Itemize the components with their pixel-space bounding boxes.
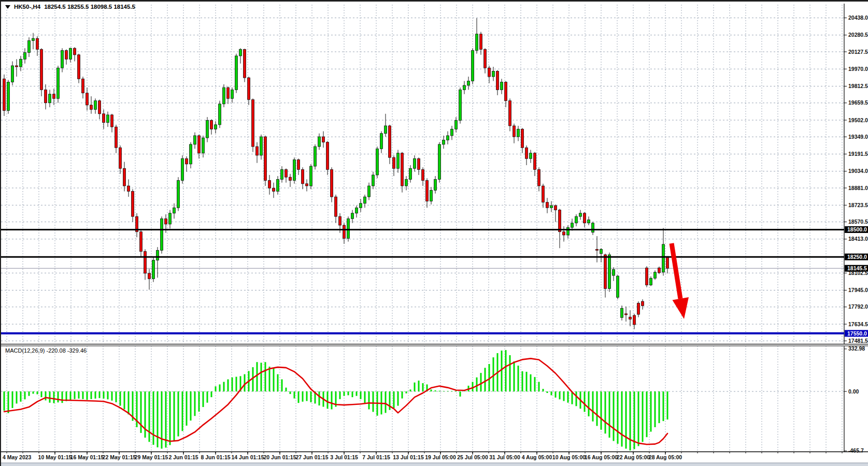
macd-axis-label: 332.98 (848, 345, 865, 352)
macd-indicator-label: MACD(12,26,9) -220.08 -329.46 (5, 347, 87, 354)
time-axis-label: 7 Jul 01:15 (362, 454, 390, 460)
price-marker-label: 18500.0 (847, 226, 867, 232)
time-axis-label: 28 Aug 05:00 (649, 454, 682, 460)
time-axis-label: 2 Jun 01:15 (168, 454, 198, 460)
time-axis-label: 13 Jul 01:15 (393, 454, 424, 460)
trend-arrow[interactable] (672, 243, 689, 319)
price-axis-label: 17634.5 (848, 321, 868, 327)
price-axis-label: 17945.0 (848, 287, 868, 293)
price-axis-label: 18413.0 (848, 236, 868, 242)
time-axis-label: 16 May 01:15 (70, 454, 104, 460)
time-axis-label: 19 Jul 05:00 (425, 454, 456, 460)
time-axis-label: 25 Jul 05:00 (457, 454, 488, 460)
time-axis-label: 3 Jul 01:15 (330, 454, 358, 460)
time-axis-label: 4 May 2023 (3, 454, 32, 460)
price-axis-label: 17792.0 (848, 303, 868, 310)
time-axis-label: 4 Aug 05:00 (522, 454, 552, 460)
time-axis-label: 29 May 01:15 (135, 454, 168, 460)
chevron-down-icon[interactable] (5, 5, 10, 9)
time-axis-label: 31 Jul 05:00 (489, 454, 520, 460)
time-axis-label: 22 May 01:15 (103, 454, 136, 460)
price-axis-label: 20280.5 (848, 32, 868, 38)
price-axis-label: 19659.5 (848, 99, 868, 106)
price-axis-label: 19349.0 (848, 134, 868, 140)
time-axis-label: 10 May 01:15 (38, 454, 72, 460)
time-axis-label: 20 Jun 01:15 (263, 454, 296, 460)
time-axis-label: 8 Jun 01:15 (201, 454, 230, 460)
time-axis[interactable]: 4 May 202310 May 01:1516 May 01:1522 May… (1, 452, 868, 461)
price-axis-label: 19034.0 (848, 168, 868, 174)
price-marker-label: 18145.5 (847, 265, 867, 271)
price-marker-label: 18250.0 (847, 254, 867, 260)
time-axis-label: 14 Jun 01:15 (231, 454, 264, 460)
price-axis-label: 19812.5 (848, 83, 868, 89)
symbol-period-label: HK50-,H4 (14, 4, 40, 10)
chart-window: HK50-,H4 18254.5 18255.5 18098.5 18145.5… (0, 0, 868, 466)
time-axis-label: 10 Aug 05:00 (552, 454, 586, 460)
time-axis-label: 27 Jun 01:15 (295, 454, 328, 460)
price-axis[interactable]: 20438.020280.520127.519970.019812.519659… (844, 4, 868, 452)
price-axis-label: 20127.5 (848, 49, 868, 55)
price-axis-label: 18881.0 (848, 185, 868, 191)
time-axis-label: 16 Aug 05:00 (585, 454, 618, 460)
price-axis-label: 18723.5 (848, 202, 868, 208)
price-axis-label: 19970.0 (848, 66, 868, 72)
chart-title-bar[interactable]: HK50-,H4 18254.5 18255.5 18098.5 18145.5 (5, 4, 135, 10)
price-axis-label: 19191.5 (848, 151, 868, 157)
price-axis-label: 17481.5 (848, 338, 868, 344)
macd-axis[interactable]: 332.980.00-465.7 (844, 345, 865, 454)
price-marker-label: 17550.0 (847, 330, 867, 337)
macd-histogram (4, 350, 667, 450)
price-axis-label: 20438.0 (848, 14, 868, 21)
ohlc-values-label: 18254.5 18255.5 18098.5 18145.5 (44, 4, 135, 10)
price-axis-label: 19502.0 (848, 117, 868, 123)
price-chart-canvas[interactable]: 20438.020280.520127.519970.019812.519659… (1, 2, 868, 466)
macd-axis-label: -465.7 (848, 447, 864, 454)
time-axis-label: 22 Aug 05:00 (617, 454, 650, 460)
pane-separator[interactable] (1, 344, 868, 346)
macd-axis-label: 0.00 (848, 388, 859, 395)
window-bottom-edge (1, 463, 868, 466)
price-axis-label: 18570.5 (848, 219, 868, 225)
